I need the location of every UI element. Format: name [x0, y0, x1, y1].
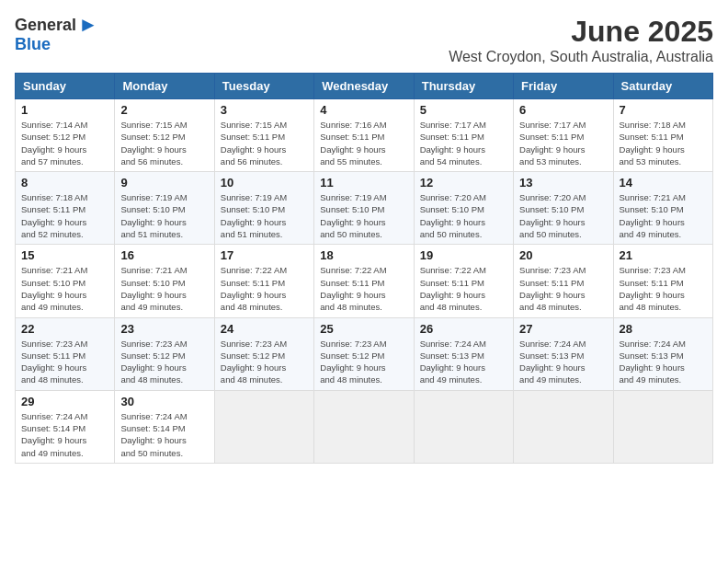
calendar-week-row: 22Sunrise: 7:23 AM Sunset: 5:11 PM Dayli…	[16, 317, 713, 390]
day-number: 16	[120, 248, 208, 262]
calendar-cell: 30Sunrise: 7:24 AM Sunset: 5:14 PM Dayli…	[115, 390, 214, 463]
day-info: Sunrise: 7:15 AM Sunset: 5:11 PM Dayligh…	[221, 119, 308, 167]
calendar-cell: 1Sunrise: 7:14 AM Sunset: 5:12 PM Daylig…	[16, 99, 115, 172]
day-info: Sunrise: 7:23 AM Sunset: 5:11 PM Dayligh…	[519, 264, 607, 313]
calendar-cell: 15Sunrise: 7:21 AM Sunset: 5:10 PM Dayli…	[16, 245, 115, 317]
calendar-cell: 23Sunrise: 7:23 AM Sunset: 5:12 PM Dayli…	[115, 317, 214, 390]
calendar-cell	[314, 390, 414, 463]
calendar-cell: 14Sunrise: 7:21 AM Sunset: 5:10 PM Dayli…	[613, 172, 712, 245]
day-number: 4	[320, 103, 407, 117]
day-info: Sunrise: 7:14 AM Sunset: 5:12 PM Dayligh…	[21, 119, 108, 167]
calendar-cell: 11Sunrise: 7:19 AM Sunset: 5:10 PM Dayli…	[314, 172, 414, 245]
calendar-cell: 21Sunrise: 7:23 AM Sunset: 5:11 PM Dayli…	[613, 245, 712, 317]
day-info: Sunrise: 7:22 AM Sunset: 5:11 PM Dayligh…	[221, 264, 308, 313]
calendar-cell: 6Sunrise: 7:17 AM Sunset: 5:11 PM Daylig…	[514, 99, 613, 172]
day-info: Sunrise: 7:23 AM Sunset: 5:12 PM Dayligh…	[221, 338, 308, 386]
calendar-cell: 26Sunrise: 7:24 AM Sunset: 5:13 PM Dayli…	[414, 317, 513, 390]
calendar-cell: 16Sunrise: 7:21 AM Sunset: 5:10 PM Dayli…	[115, 245, 214, 317]
title-area: June 2025 West Croydon, South Australia,…	[449, 15, 713, 65]
day-number: 24	[221, 322, 308, 336]
day-info: Sunrise: 7:21 AM Sunset: 5:10 PM Dayligh…	[620, 191, 707, 240]
calendar-table: SundayMondayTuesdayWednesdayThursdayFrid…	[15, 73, 713, 464]
day-number: 6	[519, 103, 607, 117]
calendar-cell	[414, 390, 513, 463]
calendar-week-row: 1Sunrise: 7:14 AM Sunset: 5:12 PM Daylig…	[16, 99, 713, 172]
day-info: Sunrise: 7:19 AM Sunset: 5:10 PM Dayligh…	[320, 191, 407, 240]
calendar-week-row: 15Sunrise: 7:21 AM Sunset: 5:10 PM Dayli…	[16, 245, 713, 317]
day-info: Sunrise: 7:21 AM Sunset: 5:10 PM Dayligh…	[21, 264, 108, 313]
weekday-header-cell: Thursday	[414, 74, 513, 99]
weekday-header-cell: Saturday	[613, 74, 712, 99]
day-number: 7	[620, 103, 707, 117]
calendar-cell: 22Sunrise: 7:23 AM Sunset: 5:11 PM Dayli…	[16, 317, 115, 390]
day-number: 2	[120, 103, 208, 117]
day-info: Sunrise: 7:24 AM Sunset: 5:13 PM Dayligh…	[519, 338, 607, 386]
day-info: Sunrise: 7:24 AM Sunset: 5:13 PM Dayligh…	[620, 338, 707, 386]
weekday-header-cell: Wednesday	[314, 74, 414, 99]
calendar-cell: 27Sunrise: 7:24 AM Sunset: 5:13 PM Dayli…	[514, 317, 613, 390]
day-number: 20	[519, 248, 607, 262]
calendar-header-row: SundayMondayTuesdayWednesdayThursdayFrid…	[16, 74, 713, 99]
day-number: 15	[21, 248, 108, 262]
logo-general-text: General	[15, 16, 76, 35]
page-header: General ► Blue June 2025 West Croydon, S…	[15, 15, 713, 65]
calendar-cell: 4Sunrise: 7:16 AM Sunset: 5:11 PM Daylig…	[314, 99, 414, 172]
weekday-header-cell: Tuesday	[214, 74, 313, 99]
logo-arrow-icon: ►	[78, 15, 98, 35]
day-info: Sunrise: 7:23 AM Sunset: 5:12 PM Dayligh…	[120, 338, 208, 386]
day-info: Sunrise: 7:15 AM Sunset: 5:12 PM Dayligh…	[120, 119, 208, 167]
calendar-cell: 8Sunrise: 7:18 AM Sunset: 5:11 PM Daylig…	[16, 172, 115, 245]
calendar-cell: 17Sunrise: 7:22 AM Sunset: 5:11 PM Dayli…	[214, 245, 313, 317]
day-info: Sunrise: 7:16 AM Sunset: 5:11 PM Dayligh…	[320, 119, 407, 167]
day-number: 8	[21, 176, 108, 190]
calendar-cell: 5Sunrise: 7:17 AM Sunset: 5:11 PM Daylig…	[414, 99, 513, 172]
month-title: June 2025	[449, 15, 713, 49]
day-number: 12	[420, 176, 507, 190]
calendar-week-row: 29Sunrise: 7:24 AM Sunset: 5:14 PM Dayli…	[16, 390, 713, 463]
location-title: West Croydon, South Australia, Australia	[449, 49, 713, 65]
logo-blue-text: Blue	[15, 35, 51, 54]
day-info: Sunrise: 7:24 AM Sunset: 5:14 PM Dayligh…	[21, 410, 108, 459]
calendar-cell: 13Sunrise: 7:20 AM Sunset: 5:10 PM Dayli…	[514, 172, 613, 245]
day-info: Sunrise: 7:23 AM Sunset: 5:11 PM Dayligh…	[21, 338, 108, 386]
day-info: Sunrise: 7:24 AM Sunset: 5:14 PM Dayligh…	[120, 410, 208, 459]
day-info: Sunrise: 7:18 AM Sunset: 5:11 PM Dayligh…	[620, 119, 707, 167]
calendar-cell: 20Sunrise: 7:23 AM Sunset: 5:11 PM Dayli…	[514, 245, 613, 317]
weekday-header-cell: Friday	[514, 74, 613, 99]
day-number: 28	[620, 322, 707, 336]
calendar-cell: 2Sunrise: 7:15 AM Sunset: 5:12 PM Daylig…	[115, 99, 214, 172]
day-info: Sunrise: 7:23 AM Sunset: 5:11 PM Dayligh…	[620, 264, 707, 313]
day-info: Sunrise: 7:22 AM Sunset: 5:11 PM Dayligh…	[420, 264, 507, 313]
day-info: Sunrise: 7:23 AM Sunset: 5:12 PM Dayligh…	[320, 338, 407, 386]
calendar-cell: 28Sunrise: 7:24 AM Sunset: 5:13 PM Dayli…	[613, 317, 712, 390]
calendar-cell	[514, 390, 613, 463]
day-info: Sunrise: 7:24 AM Sunset: 5:13 PM Dayligh…	[420, 338, 507, 386]
day-number: 19	[420, 248, 507, 262]
day-number: 18	[320, 248, 407, 262]
day-number: 27	[519, 322, 607, 336]
calendar-cell: 24Sunrise: 7:23 AM Sunset: 5:12 PM Dayli…	[214, 317, 313, 390]
calendar-cell: 18Sunrise: 7:22 AM Sunset: 5:11 PM Dayli…	[314, 245, 414, 317]
day-info: Sunrise: 7:21 AM Sunset: 5:10 PM Dayligh…	[120, 264, 208, 313]
calendar-cell: 10Sunrise: 7:19 AM Sunset: 5:10 PM Dayli…	[214, 172, 313, 245]
day-number: 13	[519, 176, 607, 190]
day-info: Sunrise: 7:20 AM Sunset: 5:10 PM Dayligh…	[420, 191, 507, 240]
day-info: Sunrise: 7:19 AM Sunset: 5:10 PM Dayligh…	[221, 191, 308, 240]
day-number: 22	[21, 322, 108, 336]
day-number: 30	[120, 395, 208, 408]
day-number: 14	[620, 176, 707, 190]
calendar-cell: 25Sunrise: 7:23 AM Sunset: 5:12 PM Dayli…	[314, 317, 414, 390]
day-info: Sunrise: 7:17 AM Sunset: 5:11 PM Dayligh…	[519, 119, 607, 167]
calendar-cell: 9Sunrise: 7:19 AM Sunset: 5:10 PM Daylig…	[115, 172, 214, 245]
day-info: Sunrise: 7:18 AM Sunset: 5:11 PM Dayligh…	[21, 191, 108, 240]
calendar-cell: 7Sunrise: 7:18 AM Sunset: 5:11 PM Daylig…	[613, 99, 712, 172]
day-info: Sunrise: 7:22 AM Sunset: 5:11 PM Dayligh…	[320, 264, 407, 313]
day-info: Sunrise: 7:17 AM Sunset: 5:11 PM Dayligh…	[420, 119, 507, 167]
calendar-body: 1Sunrise: 7:14 AM Sunset: 5:12 PM Daylig…	[16, 99, 713, 464]
day-number: 29	[21, 395, 108, 408]
day-number: 10	[221, 176, 308, 190]
calendar-cell: 3Sunrise: 7:15 AM Sunset: 5:11 PM Daylig…	[214, 99, 313, 172]
day-number: 9	[120, 176, 208, 190]
day-number: 1	[21, 103, 108, 117]
logo: General ► Blue	[15, 15, 98, 54]
